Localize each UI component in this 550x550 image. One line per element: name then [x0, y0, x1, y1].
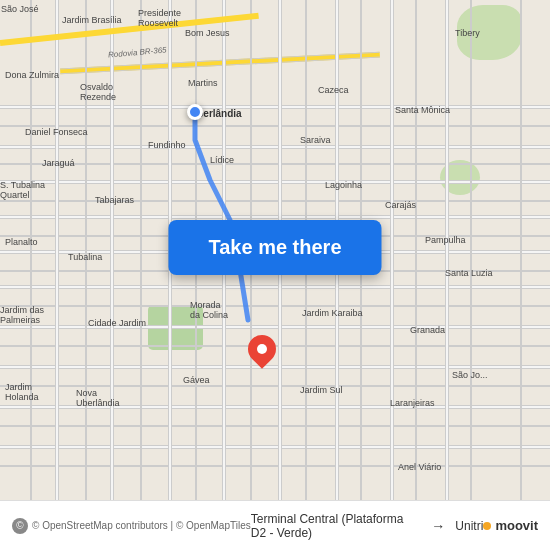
moovit-logo: moovit [483, 518, 538, 533]
from-label: Terminal Central (Plataforma D2 - Verde) [251, 512, 422, 540]
copyright-icon: © [12, 518, 28, 534]
road-h-minor3 [0, 200, 550, 202]
road-v2 [110, 0, 114, 500]
road-h4 [0, 215, 550, 219]
to-label: Unitri [455, 519, 483, 533]
road-v-minor9 [470, 0, 472, 500]
road-v7 [390, 0, 394, 500]
take-me-there-button[interactable]: Take me there [168, 220, 381, 275]
park-area-tibery [457, 5, 522, 60]
moovit-brand-text: moovit [495, 518, 538, 533]
origin-marker [187, 104, 203, 120]
road-h-minor9 [0, 425, 550, 427]
road-h-minor2 [0, 163, 550, 165]
road-v1 [55, 0, 59, 500]
road-v-minor3 [140, 0, 142, 500]
road-h2 [0, 145, 550, 149]
road-h-minor8 [0, 385, 550, 387]
road-h7 [0, 325, 550, 329]
road-h8 [0, 365, 550, 369]
road-v-minor10 [520, 0, 522, 500]
map-container: São José Jardim Brasília PresidenteRoose… [0, 0, 550, 500]
road-h3 [0, 180, 550, 184]
attribution-text: © OpenStreetMap contributors | © OpenMap… [32, 520, 251, 531]
road-h1 [0, 105, 550, 109]
road-h6 [0, 285, 550, 289]
road-h9 [0, 405, 550, 409]
attribution-section: © © OpenStreetMap contributors | © OpenM… [12, 518, 251, 534]
road-v-minor2 [85, 0, 87, 500]
route-arrow-icon: → [431, 518, 445, 534]
road-h10 [0, 445, 550, 449]
road-h-minor6 [0, 305, 550, 307]
road-v-minor1 [30, 0, 32, 500]
road-v8 [445, 0, 449, 500]
road-v-minor8 [415, 0, 417, 500]
road-h-minor10 [0, 465, 550, 467]
bottom-bar: © © OpenStreetMap contributors | © OpenM… [0, 500, 550, 550]
route-info: Terminal Central (Plataforma D2 - Verde)… [251, 512, 484, 540]
road-h-minor1 [0, 125, 550, 127]
moovit-dot [483, 522, 491, 530]
